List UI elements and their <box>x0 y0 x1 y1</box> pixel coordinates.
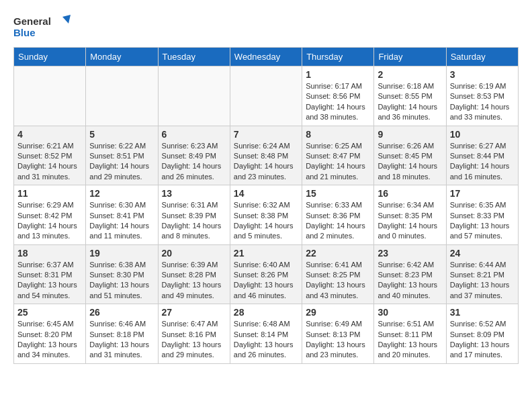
day-info: Sunrise: 6:42 AMSunset: 8:23 PMDaylight:… <box>378 260 442 302</box>
calendar-day-cell: 30Sunrise: 6:51 AMSunset: 8:11 PMDayligh… <box>374 304 446 364</box>
weekday-header-cell: Saturday <box>446 48 518 66</box>
day-number: 5 <box>89 129 154 140</box>
calendar-day-cell: 2Sunrise: 6:18 AMSunset: 8:55 PMDaylight… <box>374 66 446 126</box>
day-number: 8 <box>306 129 370 140</box>
calendar-day-cell: 9Sunrise: 6:26 AMSunset: 8:45 PMDaylight… <box>374 126 446 185</box>
svg-text:General: General <box>13 15 51 27</box>
calendar-day-cell: 25Sunrise: 6:45 AMSunset: 8:20 PMDayligh… <box>14 304 86 364</box>
day-info: Sunrise: 6:18 AMSunset: 8:55 PMDaylight:… <box>378 81 442 123</box>
calendar-day-cell: 4Sunrise: 6:21 AMSunset: 8:52 PMDaylight… <box>14 126 86 185</box>
day-number: 23 <box>378 248 442 259</box>
day-number: 25 <box>17 307 82 318</box>
day-number: 16 <box>378 188 442 199</box>
weekday-header-cell: Thursday <box>302 48 374 66</box>
day-number: 10 <box>450 129 515 140</box>
calendar-day-cell: 26Sunrise: 6:46 AMSunset: 8:18 PMDayligh… <box>86 304 158 364</box>
day-info: Sunrise: 6:51 AMSunset: 8:11 PMDaylight:… <box>378 319 442 361</box>
calendar-body: 1Sunrise: 6:17 AMSunset: 8:56 PMDaylight… <box>14 66 519 364</box>
day-number: 14 <box>234 188 298 199</box>
calendar-day-cell: 5Sunrise: 6:22 AMSunset: 8:51 PMDaylight… <box>86 126 158 185</box>
calendar-day-cell: 14Sunrise: 6:32 AMSunset: 8:38 PMDayligh… <box>230 185 302 245</box>
calendar-day-cell: 20Sunrise: 6:39 AMSunset: 8:28 PMDayligh… <box>158 244 230 304</box>
day-info: Sunrise: 6:41 AMSunset: 8:25 PMDaylight:… <box>306 260 370 302</box>
day-info: Sunrise: 6:24 AMSunset: 8:48 PMDaylight:… <box>234 141 298 183</box>
weekday-header-cell: Friday <box>374 48 446 66</box>
weekday-header-cell: Tuesday <box>158 48 230 66</box>
weekday-header-row: SundayMondayTuesdayWednesdayThursdayFrid… <box>14 48 519 66</box>
day-info: Sunrise: 6:26 AMSunset: 8:45 PMDaylight:… <box>378 141 442 183</box>
calendar-day-cell: 10Sunrise: 6:27 AMSunset: 8:44 PMDayligh… <box>446 126 518 185</box>
calendar-day-cell: 21Sunrise: 6:40 AMSunset: 8:26 PMDayligh… <box>230 244 302 304</box>
day-info: Sunrise: 6:33 AMSunset: 8:36 PMDaylight:… <box>306 200 370 242</box>
day-number: 1 <box>306 69 370 80</box>
calendar-week-row: 4Sunrise: 6:21 AMSunset: 8:52 PMDaylight… <box>14 126 519 185</box>
day-number: 21 <box>234 248 298 259</box>
weekday-header-cell: Wednesday <box>230 48 302 66</box>
day-info: Sunrise: 6:34 AMSunset: 8:35 PMDaylight:… <box>378 200 442 242</box>
calendar-day-cell: 17Sunrise: 6:35 AMSunset: 8:33 PMDayligh… <box>446 185 518 245</box>
calendar-day-cell: 3Sunrise: 6:19 AMSunset: 8:53 PMDaylight… <box>446 66 518 126</box>
day-number: 15 <box>306 188 370 199</box>
day-info: Sunrise: 6:39 AMSunset: 8:28 PMDaylight:… <box>162 260 226 302</box>
calendar-day-cell: 6Sunrise: 6:23 AMSunset: 8:49 PMDaylight… <box>158 126 230 185</box>
day-info: Sunrise: 6:30 AMSunset: 8:41 PMDaylight:… <box>89 200 154 242</box>
day-number: 31 <box>450 307 515 318</box>
day-info: Sunrise: 6:27 AMSunset: 8:44 PMDaylight:… <box>450 141 515 183</box>
calendar-day-cell: 19Sunrise: 6:38 AMSunset: 8:30 PMDayligh… <box>86 244 158 304</box>
day-number: 28 <box>234 307 298 318</box>
day-info: Sunrise: 6:23 AMSunset: 8:49 PMDaylight:… <box>162 141 226 183</box>
day-number: 27 <box>162 307 226 318</box>
logo-svg: General Blue <box>13 13 74 40</box>
day-info: Sunrise: 6:46 AMSunset: 8:18 PMDaylight:… <box>89 319 154 361</box>
day-info: Sunrise: 6:47 AMSunset: 8:16 PMDaylight:… <box>162 319 226 361</box>
day-number: 11 <box>17 188 82 199</box>
calendar-week-row: 25Sunrise: 6:45 AMSunset: 8:20 PMDayligh… <box>14 304 519 364</box>
calendar-table: SundayMondayTuesdayWednesdayThursdayFrid… <box>13 47 519 364</box>
day-number: 19 <box>89 248 154 259</box>
weekday-header-cell: Sunday <box>14 48 86 66</box>
day-number: 20 <box>162 248 226 259</box>
day-info: Sunrise: 6:21 AMSunset: 8:52 PMDaylight:… <box>17 141 82 183</box>
calendar-day-cell: 22Sunrise: 6:41 AMSunset: 8:25 PMDayligh… <box>302 244 374 304</box>
svg-text:Blue: Blue <box>13 27 36 38</box>
day-number: 2 <box>378 69 442 80</box>
day-number: 3 <box>450 69 515 80</box>
calendar-day-cell: 23Sunrise: 6:42 AMSunset: 8:23 PMDayligh… <box>374 244 446 304</box>
calendar-day-cell: 11Sunrise: 6:29 AMSunset: 8:42 PMDayligh… <box>14 185 86 245</box>
calendar-day-cell <box>230 66 302 126</box>
day-info: Sunrise: 6:52 AMSunset: 8:09 PMDaylight:… <box>450 319 515 361</box>
day-number: 22 <box>306 248 370 259</box>
calendar-day-cell: 31Sunrise: 6:52 AMSunset: 8:09 PMDayligh… <box>446 304 518 364</box>
day-info: Sunrise: 6:35 AMSunset: 8:33 PMDaylight:… <box>450 200 515 242</box>
day-info: Sunrise: 6:49 AMSunset: 8:13 PMDaylight:… <box>306 319 370 361</box>
day-number: 12 <box>89 188 154 199</box>
day-number: 6 <box>162 129 226 140</box>
day-number: 13 <box>162 188 226 199</box>
day-info: Sunrise: 6:22 AMSunset: 8:51 PMDaylight:… <box>89 141 154 183</box>
svg-marker-2 <box>62 15 71 24</box>
calendar-day-cell: 15Sunrise: 6:33 AMSunset: 8:36 PMDayligh… <box>302 185 374 245</box>
calendar-day-cell: 18Sunrise: 6:37 AMSunset: 8:31 PMDayligh… <box>14 244 86 304</box>
day-info: Sunrise: 6:37 AMSunset: 8:31 PMDaylight:… <box>17 260 82 302</box>
page-header: General Blue <box>13 13 519 40</box>
calendar-day-cell: 28Sunrise: 6:48 AMSunset: 8:14 PMDayligh… <box>230 304 302 364</box>
day-number: 9 <box>378 129 442 140</box>
calendar-day-cell: 7Sunrise: 6:24 AMSunset: 8:48 PMDaylight… <box>230 126 302 185</box>
day-number: 29 <box>306 307 370 318</box>
day-number: 4 <box>17 129 82 140</box>
day-info: Sunrise: 6:45 AMSunset: 8:20 PMDaylight:… <box>17 319 82 361</box>
calendar-day-cell: 12Sunrise: 6:30 AMSunset: 8:41 PMDayligh… <box>86 185 158 245</box>
calendar-day-cell <box>158 66 230 126</box>
calendar-day-cell: 1Sunrise: 6:17 AMSunset: 8:56 PMDaylight… <box>302 66 374 126</box>
calendar-week-row: 18Sunrise: 6:37 AMSunset: 8:31 PMDayligh… <box>14 244 519 304</box>
calendar-day-cell: 27Sunrise: 6:47 AMSunset: 8:16 PMDayligh… <box>158 304 230 364</box>
day-info: Sunrise: 6:32 AMSunset: 8:38 PMDaylight:… <box>234 200 298 242</box>
day-info: Sunrise: 6:29 AMSunset: 8:42 PMDaylight:… <box>17 200 82 242</box>
calendar-day-cell <box>86 66 158 126</box>
day-number: 30 <box>378 307 442 318</box>
day-info: Sunrise: 6:25 AMSunset: 8:47 PMDaylight:… <box>306 141 370 183</box>
day-number: 7 <box>234 129 298 140</box>
day-info: Sunrise: 6:38 AMSunset: 8:30 PMDaylight:… <box>89 260 154 302</box>
weekday-header-cell: Monday <box>86 48 158 66</box>
calendar-week-row: 11Sunrise: 6:29 AMSunset: 8:42 PMDayligh… <box>14 185 519 245</box>
